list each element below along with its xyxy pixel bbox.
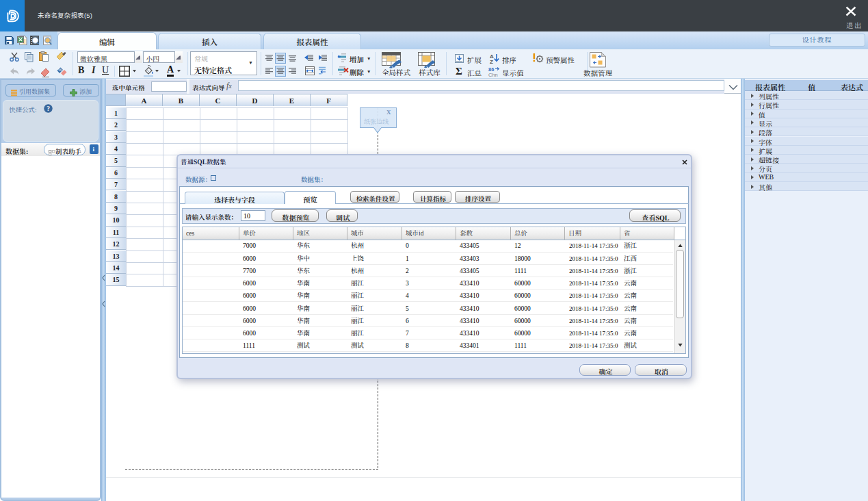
svg-text:%: % bbox=[58, 68, 62, 72]
svg-text:Z: Z bbox=[490, 59, 493, 65]
svg-text:Chn: Chn bbox=[488, 72, 498, 78]
svg-text:Σ: Σ bbox=[456, 66, 462, 77]
svg-text:?: ? bbox=[47, 105, 50, 112]
